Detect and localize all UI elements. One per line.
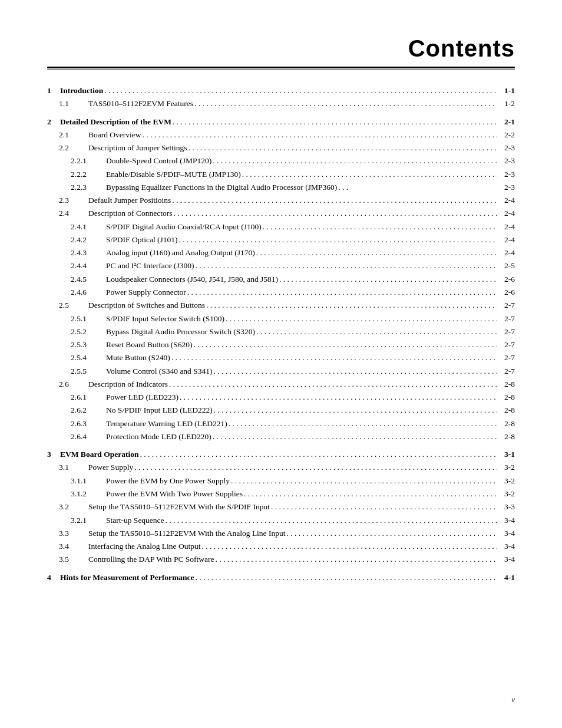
toc-label: Description of Indicators [88, 378, 168, 391]
toc-dots: . . . . . . . . . . . . . . . . . . . . … [187, 141, 497, 154]
toc-row: 1Introduction . . . . . . . . . . . . . … [47, 84, 515, 97]
toc-pageref: 1-2 [497, 97, 515, 110]
toc-pageref: 2-7 [497, 365, 515, 378]
toc-dots: . . . . . . . . . . . . . . . . . . . . … [205, 299, 497, 312]
toc-row: 2.6Description of Indicators . . . . . .… [47, 378, 515, 391]
toc-label: Start-up Sequence [106, 514, 164, 527]
toc-dots: . . . . . . . . . . . . . . . . . . . . … [227, 417, 497, 430]
divider-container [47, 67, 515, 70]
toc-label: Protection Mode LED (LED220) [106, 430, 211, 443]
toc-pageref: 3-4 [497, 540, 515, 553]
toc-dots: . . . . . . . . . . . . . . . . . . . . … [133, 461, 497, 474]
toc-dots: . . . . . . . . . . . . . . . . . . . . … [194, 571, 497, 584]
toc-num: 2.5.3 [71, 338, 106, 351]
toc-pageref: 2-8 [497, 404, 515, 417]
toc-label: Temperature Warning LED (LED221) [106, 417, 227, 430]
toc-label: Power the EVM by One Power Supply [106, 475, 230, 487]
toc-label: Hints for Measurement of Performance [60, 571, 194, 584]
toc-num: 2.4.1 [71, 220, 106, 233]
toc-row: 3.2.1Start-up Sequence . . . . . . . . .… [47, 514, 515, 527]
toc-pageref: 2-4 [497, 207, 515, 220]
toc-num: 1.1 [59, 97, 88, 110]
toc-dots: . . . . . . . . . . . . . . . . . . . . … [213, 404, 497, 417]
toc-pageref: 2-7 [497, 299, 515, 312]
toc-dots: . . . . . . . . . . . . . . . . . . . . … [213, 365, 497, 378]
toc-num: 2.4.4 [71, 259, 106, 272]
toc-dots: . . . . . . . . . . . . . . . . . . . . … [194, 259, 497, 272]
toc-row: 2.6.3Temperature Warning LED (LED221) . … [47, 417, 515, 430]
toc-row: 2.5.2Bypass Digital Audio Processor Swit… [47, 325, 515, 338]
toc-pageref: 2-3 [497, 181, 515, 194]
toc-pageref: 2-4 [497, 246, 515, 259]
toc-num: 2.6.2 [71, 404, 106, 417]
toc-label: S/PDIF Optical (J101) [106, 233, 178, 246]
toc-pageref: 2-3 [497, 141, 515, 154]
toc-row: 3.4Interfacing the Analog Line Output . … [47, 540, 515, 553]
toc-num: 2.4.6 [71, 286, 106, 299]
toc-pageref: 2-6 [497, 286, 515, 299]
toc-pageref: 2-8 [497, 430, 515, 443]
toc-label: Reset Board Button (S620) [106, 338, 193, 351]
toc-dots: . . . . . . . . . . . . . . . . . . . . … [168, 378, 497, 391]
toc-num: 2.6.1 [71, 391, 106, 404]
toc-row: 3.1.2Power the EVM With Two Power Suppli… [47, 487, 515, 500]
toc-label: S/PDIF Digital Audio Coaxial/RCA Input (… [106, 220, 262, 233]
toc-label: TAS5010–5112F2EVM Features [88, 97, 193, 110]
toc-label: Description of Switches and Buttons [88, 299, 205, 312]
toc-label: Analog input (J160) and Analog Output (J… [106, 246, 255, 259]
toc-dots: . . . . . . . . . . . . . . . . . . . . … [200, 540, 497, 553]
toc-num: 3.1 [59, 461, 88, 474]
toc-pageref: 1-1 [497, 84, 515, 97]
page: Contents 1Introduction . . . . . . . . .… [0, 0, 562, 728]
toc-num: 2.5 [59, 299, 88, 312]
toc-num: 2.6.4 [71, 430, 106, 443]
toc-row: 1.1TAS5010–5112F2EVM Features . . . . . … [47, 97, 515, 110]
toc-label: Description of Jumper Settings [88, 141, 187, 154]
toc-label: Description of Connectors [88, 207, 172, 220]
toc-label: Loudspeaker Connectors (J540, J541, J580… [106, 273, 278, 286]
toc-pageref: 2-8 [497, 417, 515, 430]
toc-label: EVM Board Operation [60, 448, 139, 461]
toc-label: Volume Control (S340 and S341) [106, 365, 213, 378]
toc-label: Introduction [60, 84, 103, 97]
toc-num: 4 [47, 571, 60, 584]
toc-row: 3.5Controlling the DAP With PC Software … [47, 553, 515, 566]
toc-row: 2.5.3Reset Board Button (S620) . . . . .… [47, 338, 515, 351]
toc-row: 3.1Power Supply . . . . . . . . . . . . … [47, 461, 515, 474]
toc-num: 2.2.3 [71, 181, 106, 194]
toc-dots: . . . . . . . . . . . . . . . . . . . . … [262, 220, 497, 233]
toc-row: 2.4.5Loudspeaker Connectors (J540, J541,… [47, 273, 515, 286]
toc-row: 2.4.2S/PDIF Optical (J101) . . . . . . .… [47, 233, 515, 246]
toc-dots: . . . . . . . . . . . . . . . . . . . . … [255, 325, 497, 338]
toc-dots: . . . . . . . . . . . . . . . . . . . . … [178, 233, 498, 246]
toc-label: Mute Button (S240) [106, 351, 170, 364]
toc-row: 2.4Description of Connectors . . . . . .… [47, 207, 515, 220]
toc-num: 3.1.1 [71, 475, 106, 487]
toc-dots: . . . . . . . . . . . . . . . . . . . . … [103, 84, 497, 97]
toc-label: Interfacing the Analog Line Output [88, 540, 200, 553]
toc-dots: . . . . . . . . . . . . . . . . . . . . … [139, 448, 498, 461]
toc-num: 3.2.1 [71, 514, 106, 527]
page-title: Contents [408, 35, 515, 62]
toc-row: 2.5.4Mute Button (S240) . . . . . . . . … [47, 351, 515, 364]
toc-dots: . . . . . . . . . . . . . . . . . . . . … [164, 514, 497, 527]
toc-row: 2.4.3Analog input (J160) and Analog Outp… [47, 246, 515, 259]
toc-row: 3.2Setup the TAS5010–5112F2EVM With the … [47, 500, 515, 513]
toc-num: 3.2 [59, 500, 88, 513]
toc-dots: . . . . . . . . . . . . . . . . . . . . … [172, 207, 497, 220]
toc-pageref: 2-8 [497, 391, 515, 404]
toc-num: 2.6.3 [71, 417, 106, 430]
toc-num: 2.4.5 [71, 273, 106, 286]
toc-dots: . . . . . . . . . . . . . . . . . . . . … [211, 430, 497, 443]
toc-pageref: 4-1 [497, 571, 515, 584]
toc-pageref: 3-2 [497, 487, 515, 500]
toc-dots: . . . . . . . . . . . . . . . . . . . . … [193, 97, 497, 110]
toc-num: 2.6 [59, 378, 88, 391]
toc-dots: . . . . . . . . . . . . . . . . . . . . … [243, 487, 497, 500]
toc-dots: . . . . . . . . . . . . . . . . . . . . … [186, 286, 497, 299]
toc-dots: . . . . . . . . . . . . . . . . . . . . … [286, 527, 498, 540]
toc-num: 2.5.4 [71, 351, 106, 364]
toc-pageref: 3-4 [497, 527, 515, 540]
toc-dots: . . . . . . . . . . . . . . . . . . . . … [178, 391, 497, 404]
toc-row: 2.6.2No S/PDIF Input LED (LED222) . . . … [47, 404, 515, 417]
